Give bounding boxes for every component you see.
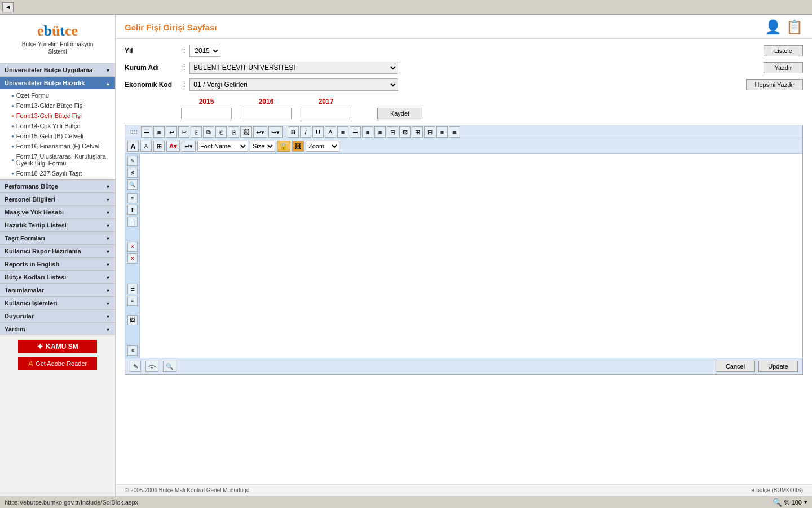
nav-group-header-reports-english[interactable]: Reports in English bbox=[0, 258, 115, 270]
nav-group-header-maas-yuk-hesabi[interactable]: Maaş ve Yük Hesabı bbox=[0, 206, 115, 218]
toolbar-btn-9[interactable]: 🖼 bbox=[240, 126, 252, 138]
toolbar-btn-6[interactable]: ⧉ bbox=[203, 126, 214, 138]
kurum-adi-select[interactable]: BÜLENT ECEVİT ÜNİVERSİTESİ bbox=[189, 62, 398, 74]
toolbar-btn-8[interactable]: ⎘ bbox=[228, 126, 239, 138]
kamu-sm-badge[interactable]: ✦ KAMU SM bbox=[18, 340, 97, 353]
toolbar-btn-a-large[interactable]: A bbox=[127, 141, 139, 152]
toolbar-btn-italic[interactable]: I bbox=[300, 126, 311, 138]
nav-group-header-tanimlamalar[interactable]: Tanımlamalar bbox=[0, 284, 115, 296]
sidebar-item-form15[interactable]: ●Form15-Gelir (B) Cetveli bbox=[0, 131, 115, 141]
back-button[interactable]: ◄ bbox=[2, 2, 14, 12]
editor-side-btn-list2[interactable]: ≡ bbox=[127, 296, 138, 306]
adobe-reader-badge[interactable]: A Get Adobe Reader bbox=[18, 357, 97, 370]
toolbar-btn-12[interactable]: ⊠ bbox=[399, 126, 411, 138]
year-label-2015: 2015 bbox=[199, 98, 214, 106]
editor-side-btn-x1[interactable]: ✕ bbox=[127, 242, 138, 252]
toolbar-btn-align-center[interactable]: ☰ bbox=[350, 126, 361, 138]
toolbar-btn-image[interactable]: 🖼 bbox=[292, 141, 304, 152]
editor-side-btn-plus[interactable]: ⊕ bbox=[127, 345, 138, 356]
sidebar-item-form13-gelir[interactable]: ●Form13-Gelir Bütçe Fişi bbox=[0, 111, 115, 121]
year-input-2015[interactable] bbox=[181, 108, 232, 119]
editor-side-btn-1[interactable]: ✎ bbox=[127, 156, 138, 166]
year-input-2016[interactable] bbox=[241, 108, 292, 119]
toolbar-btn-2[interactable]: ≡ bbox=[153, 126, 165, 138]
nav-group-header-universiteler-butce-uygulama[interactable]: Üniversiteler Bütçe Uygulama bbox=[0, 64, 115, 76]
kaydet-button[interactable]: Kaydet bbox=[377, 108, 422, 119]
editor-side-btn-insert1[interactable]: ≡ bbox=[127, 193, 138, 203]
hepsini-yazdir-button[interactable]: Hepsini Yazdır bbox=[746, 79, 803, 90]
editor-code-btn[interactable]: <> bbox=[145, 361, 158, 372]
toolbar-btn-bold[interactable]: B bbox=[288, 126, 299, 138]
editor-side-btn-insert3[interactable]: 📄 bbox=[127, 217, 138, 227]
toolbar-btn-3[interactable]: ↩ bbox=[166, 126, 177, 138]
toolbar-btn-a-small[interactable]: A bbox=[140, 141, 152, 152]
toolbar-btn-arrow[interactable]: ↩▾ bbox=[182, 141, 196, 152]
zoom-select[interactable]: Zoom bbox=[306, 141, 339, 152]
toolbar-btn-16[interactable]: ≡ bbox=[449, 126, 460, 138]
editor-content-area[interactable] bbox=[140, 154, 802, 358]
editor-zoom-btn[interactable]: 🔍 bbox=[163, 361, 176, 372]
chevron-down-icon bbox=[105, 261, 111, 268]
editor-side-btn-insert2[interactable]: ⬆ bbox=[127, 205, 138, 215]
nav-group-header-yardim[interactable]: Yardım bbox=[0, 323, 115, 335]
nav-group-header-personel-bilgileri[interactable]: Personel Bilgileri bbox=[0, 193, 115, 205]
toolbar-btn-13[interactable]: ⊞ bbox=[412, 126, 423, 138]
font-name-select[interactable]: Font Name bbox=[197, 141, 248, 152]
cancel-button[interactable]: Cancel bbox=[716, 361, 755, 372]
toolbar-btn-underline[interactable]: U bbox=[312, 126, 324, 138]
toolbar-btn-table[interactable]: ⊞ bbox=[153, 141, 165, 152]
toolbar-btn-font-color[interactable]: A▾ bbox=[166, 141, 180, 152]
editor-side-btn-3[interactable]: 🔍 bbox=[127, 179, 138, 190]
toolbar-btn-1[interactable]: ☰ bbox=[141, 126, 152, 138]
editor-side-btn-2[interactable]: ≶ bbox=[127, 168, 138, 178]
toolbar-btn-A[interactable]: A bbox=[325, 126, 336, 138]
editor-pencil-btn[interactable]: ✎ bbox=[130, 361, 141, 372]
separator bbox=[285, 127, 285, 137]
toolbar-btn-undo[interactable]: ↩▾ bbox=[253, 126, 267, 138]
year-col-2017: 2017 bbox=[301, 98, 351, 119]
sidebar-item-form18[interactable]: ●Form18-237 Sayılı Taşıt bbox=[0, 168, 115, 178]
year-input-2017[interactable] bbox=[301, 108, 351, 119]
toolbar-btn-11[interactable]: ⊟ bbox=[387, 126, 398, 138]
toolbar-btn-14[interactable]: ⊟ bbox=[424, 126, 435, 138]
editor-bottom-bar: ✎ <> 🔍 Cancel Update bbox=[125, 358, 802, 374]
sidebar-item-form16[interactable]: ●Form16-Finansman (F) Cetveli bbox=[0, 141, 115, 151]
toolbar-btn-15[interactable]: ≡ bbox=[436, 126, 448, 138]
nav-group-header-kullanici-rapor-hazirlama[interactable]: Kullanıcı Rapor Hazırlama bbox=[0, 245, 115, 257]
listele-button[interactable]: Listele bbox=[764, 45, 803, 56]
editor-side-btn-img[interactable]: 🖼 bbox=[127, 315, 138, 325]
toolbar-btn-lock[interactable]: 🔒 bbox=[277, 141, 290, 152]
nav-group-header-performans-butce[interactable]: Performans Bütçe bbox=[0, 180, 115, 192]
nav-group-header-hazirlik-tertip-listesi[interactable]: Hazırlık Tertip Listesi bbox=[0, 219, 115, 231]
nav-group-header-butce-kodlari-listesi[interactable]: Bütçe Kodları Listesi bbox=[0, 271, 115, 283]
update-button[interactable]: Update bbox=[758, 361, 798, 372]
nav-group-header-kullanici-islemleri[interactable]: Kullanıcı İşlemleri bbox=[0, 297, 115, 309]
nav-group-header-duyurular[interactable]: Duyurular bbox=[0, 310, 115, 322]
sidebar-item-form14[interactable]: ●Form14-Çok Yıllı Bütçe bbox=[0, 121, 115, 131]
sidebar-item-form13-gider[interactable]: ●Form13-Gider Bütçe Fişi bbox=[0, 100, 115, 111]
toolbar-btn-redo[interactable]: ↪▾ bbox=[268, 126, 283, 138]
ekonomik-kod-select[interactable]: 01 / Vergi Gelirleri bbox=[189, 78, 398, 91]
toolbar-btn-5[interactable]: ⎘ bbox=[191, 126, 202, 138]
header-icons: 👤 📋 bbox=[765, 19, 803, 35]
editor-side-btn-list1[interactable]: ☰ bbox=[127, 284, 138, 294]
toolbar-btn-justify[interactable]: ≡ bbox=[374, 126, 386, 138]
sidebar-item-ozet-formu[interactable]: ●Özet Formu bbox=[0, 90, 115, 100]
nav-group-header-universiteler-butce-hazirlik[interactable]: Üniversiteler Bütçe Hazırlık bbox=[0, 77, 115, 89]
editor-side-btn-x2[interactable]: ✕ bbox=[127, 253, 138, 264]
user-icon[interactable]: 👤 bbox=[765, 19, 782, 35]
chevron-down-icon bbox=[105, 209, 111, 216]
zoom-chevron-icon[interactable]: ▾ bbox=[804, 498, 807, 506]
toolbar-btn-align-right[interactable]: ≡ bbox=[362, 126, 373, 138]
toolbar-btn-7[interactable]: ⎗ bbox=[215, 126, 227, 138]
yil-select[interactable]: 2014 2015 2016 2017 bbox=[189, 45, 220, 57]
toolbar-btn-align-left[interactable]: ≡ bbox=[337, 126, 348, 138]
drag-handle-icon[interactable]: ⠿⠿ bbox=[127, 129, 140, 135]
toolbar-btn-4[interactable]: ✂ bbox=[178, 126, 189, 138]
notebook-icon[interactable]: 📋 bbox=[786, 19, 803, 35]
yazdir-button[interactable]: Yazdır bbox=[764, 62, 803, 73]
bullet-icon: ● bbox=[11, 134, 14, 139]
font-size-select[interactable]: Size bbox=[250, 141, 275, 152]
sidebar-item-form17[interactable]: ●Form17-Uluslararası Kuruluşlara Üyelik … bbox=[0, 151, 115, 168]
nav-group-header-tasit-formlari[interactable]: Taşıt Formları bbox=[0, 232, 115, 244]
